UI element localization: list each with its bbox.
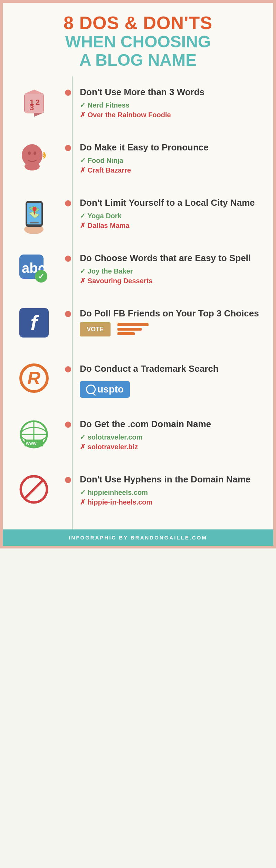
infographic: 8 DOS & DON'TS WHEN CHOOSING A BLOG NAME [0, 0, 276, 548]
no-icon [19, 474, 49, 505]
icon-col [10, 142, 65, 177]
svg-text:www: www [26, 441, 37, 446]
item-title: Do Make it Easy to Pronounce [80, 142, 263, 153]
header-line2: WHEN CHOOSING [10, 33, 266, 51]
header-line1: 8 DOS & DON'TS [10, 13, 266, 33]
list-item: Don't Limit Yourself to a Local City Nam… [3, 191, 273, 246]
phone-map-icon [19, 197, 49, 234]
icon-col: www [10, 419, 65, 450]
text-col: Do Conduct a Trademark Search uspto [71, 363, 263, 398]
timeline-dot [65, 422, 71, 428]
line-bar [117, 332, 135, 335]
list-item: Don't Use Hyphens in the Domain Name hip… [3, 467, 273, 523]
bad-example: Over the Rainbow Foodie [80, 111, 263, 119]
bad-example: Craft Bazarre [80, 166, 263, 174]
good-example: hippieinheels.com [80, 488, 263, 497]
bad-example: Savouring Desserts [80, 277, 263, 285]
list-item: f Do Poll FB Friends on Your Top 3 Choic… [3, 301, 273, 357]
list-item: R Do Conduct a Trademark Search uspto [3, 357, 273, 412]
search-icon [86, 385, 96, 394]
trademark-icon: R [19, 363, 49, 393]
svg-point-17 [32, 207, 37, 211]
timeline-dot [65, 366, 71, 372]
facebook-icon: f [19, 308, 49, 338]
text-col: Do Make it Easy to Pronounce Food Ninja … [71, 142, 263, 176]
item-title: Don't Use Hyphens in the Domain Name [80, 474, 263, 485]
svg-text:✓: ✓ [38, 272, 44, 281]
vote-area: VOTE [80, 322, 263, 336]
bad-example: solotraveler.biz [80, 443, 263, 451]
item-title: Don't Limit Yourself to a Local City Nam… [80, 197, 263, 208]
www-icon: www [18, 419, 49, 450]
bad-example: hippie-in-heels.com [80, 498, 263, 506]
footer: INFOGRAPHIC BY BRANDONGAILLE.COM [3, 529, 273, 546]
svg-point-10 [25, 162, 40, 170]
text-col: Do Choose Words that are Easy to Spell J… [71, 253, 263, 286]
good-example: solotraveler.com [80, 433, 263, 441]
timeline-dot [65, 477, 71, 483]
header: 8 DOS & DON'TS WHEN CHOOSING A BLOG NAME [3, 3, 273, 76]
list-item: www Do Get the .com Domain Name solotrav… [3, 412, 273, 467]
timeline-dot [65, 90, 71, 96]
item-title: Do Poll FB Friends on Your Top 3 Choices [80, 308, 263, 319]
uspto-badge: uspto [80, 381, 130, 398]
content: 1 2 3 Don't Use More than 3 Words Nerd F… [3, 76, 273, 529]
header-line3: A BLOG NAME [10, 51, 266, 70]
face-icon [18, 142, 49, 177]
timeline-dot [65, 311, 71, 317]
list-item: abc ✓ Do Choose Words that are Easy to S… [3, 246, 273, 301]
timeline-dot [65, 200, 71, 206]
text-col: Don't Use Hyphens in the Domain Name hip… [71, 474, 263, 508]
lines-icon [117, 323, 149, 335]
list-item: Do Make it Easy to Pronounce Food Ninja … [3, 135, 273, 191]
text-col: Do Get the .com Domain Name solotraveler… [71, 419, 263, 452]
item-title: Do Get the .com Domain Name [80, 419, 263, 430]
text-col: Do Poll FB Friends on Your Top 3 Choices… [71, 308, 263, 336]
svg-text:3: 3 [30, 103, 34, 112]
icon-col [10, 474, 65, 505]
abc-icon: abc ✓ [18, 253, 50, 286]
item-title: Don't Use More than 3 Words [80, 87, 263, 98]
item-title: Do Conduct a Trademark Search [80, 363, 263, 374]
icon-col: f [10, 308, 65, 338]
icon-col: 1 2 3 [10, 87, 65, 120]
svg-line-30 [25, 480, 43, 499]
icon-col: R [10, 363, 65, 393]
line-bar [117, 323, 149, 326]
line-bar [117, 328, 142, 331]
item-title: Do Choose Words that are Easy to Spell [80, 253, 263, 264]
list-item: 1 2 3 Don't Use More than 3 Words Nerd F… [3, 80, 273, 135]
bad-example: Dallas Mama [80, 221, 263, 230]
text-col: Don't Limit Yourself to a Local City Nam… [71, 197, 263, 231]
good-example: Nerd Fitness [80, 101, 263, 109]
good-example: Joy the Baker [80, 267, 263, 275]
svg-rect-18 [30, 222, 39, 223]
icon-col: abc ✓ [10, 253, 65, 286]
svg-text:2: 2 [36, 98, 40, 107]
blocks-icon: 1 2 3 [18, 87, 50, 120]
svg-rect-4 [25, 94, 44, 113]
icon-col [10, 197, 65, 234]
timeline-dot [65, 256, 71, 262]
svg-point-11 [28, 151, 31, 155]
text-col: Don't Use More than 3 Words Nerd Fitness… [71, 87, 263, 120]
good-example: Yoga Dork [80, 212, 263, 220]
footer-text: INFOGRAPHIC BY BRANDONGAILLE.COM [69, 535, 207, 541]
timeline-dot [65, 145, 71, 151]
uspto-label: uspto [97, 384, 124, 395]
svg-point-12 [34, 151, 36, 155]
vote-box: VOTE [80, 322, 111, 336]
good-example: Food Ninja [80, 156, 263, 165]
